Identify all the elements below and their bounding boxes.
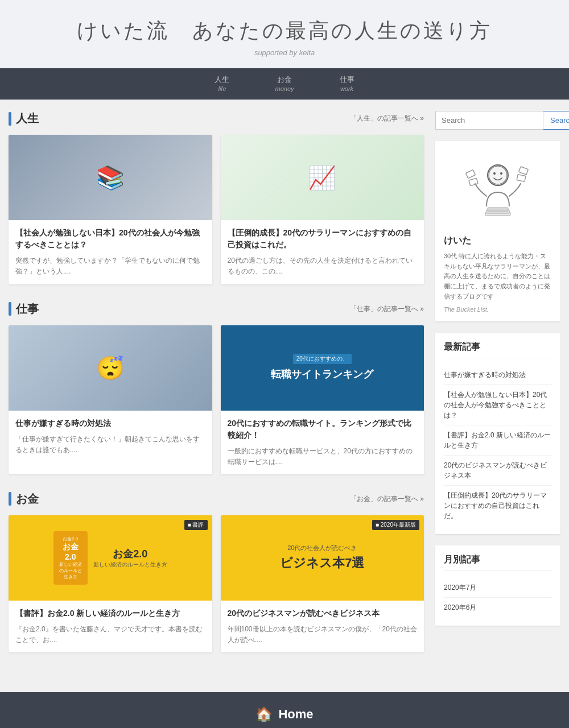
- monthly-links: 2020年7月 2020年6月: [444, 578, 552, 617]
- author-bio: 30代 特に人に誇れるような能力・スキルもない平凡なサラリーマンが、最高の人生を…: [444, 251, 552, 301]
- jinsei-card-2-body: 【圧倒的成長】20代のサラリーマンにおすすめの自己投資はこれだ。 20代の過ごし…: [221, 220, 424, 284]
- author-avatar: [444, 150, 552, 229]
- svg-rect-4: [469, 179, 478, 186]
- shigoto-card-1[interactable]: 仕事が嫌すぎる時の対処法 「仕事が嫌すぎて行きたくない！」朝起きてこんな思いをす…: [9, 325, 212, 474]
- monthly-articles: 月別記事 2020年7月 2020年6月: [435, 545, 560, 626]
- recent-link-3[interactable]: 【書評】お金2.0 新しい経済のルールと生き方: [444, 425, 552, 456]
- shigoto-cards: 仕事が嫌すぎる時の対処法 「仕事が嫌すぎて行きたくない！」朝起きてこんな思いをす…: [9, 325, 424, 474]
- okane-card-1-body: 【書評】お金2.0 新しい経済のルールと生き方 『お金2.0』を書いた佐藤さん、…: [9, 601, 212, 652]
- nav-en-life: life: [215, 85, 229, 93]
- job-card-title-main: 転職サイトランキング: [271, 367, 373, 382]
- nav-jp-life: 人生: [215, 75, 229, 85]
- author-name: けいた: [444, 235, 552, 247]
- jinsei-card-1-image: [9, 135, 212, 220]
- jinsei-section-header: 人生 「人生」の記事一覧へ »: [9, 111, 424, 126]
- monthly-title: 月別記事: [444, 554, 552, 571]
- nav-jp-work: 仕事: [340, 75, 354, 85]
- recent-link-1[interactable]: 仕事が嫌すぎる時の対処法: [444, 365, 552, 385]
- job-card-tag: 20代におすすめの、: [293, 354, 352, 364]
- shigoto-card-1-excerpt: 「仕事が嫌すぎて行きたくない！」朝起きてこんな思いをするときは誰でもあ....: [15, 434, 205, 456]
- main-content: 人生 「人生」の記事一覧へ » 【社会人が勉強しない日本】20代の社会人が今勉強…: [9, 111, 424, 669]
- okane-link[interactable]: 「お金」の記事一覧へ »: [350, 494, 424, 504]
- jinsei-cards: 【社会人が勉強しない日本】20代の社会人が今勉強するべきこととは？ 突然ですが、…: [9, 135, 424, 284]
- biz-title-area: 20代の社会人が読むべき ビジネス本7選: [274, 544, 370, 572]
- jinsei-card-2[interactable]: 【圧倒的成長】20代のサラリーマンにおすすめの自己投資はこれだ。 20代の過ごし…: [221, 135, 424, 284]
- jinsei-link[interactable]: 「人生」の記事一覧へ »: [350, 114, 424, 123]
- okane-card-1-title: 【書評】お金2.0 新しい経済のルールと生き方: [15, 607, 205, 619]
- svg-rect-7: [519, 167, 529, 175]
- shigoto-card-2-image: 20代におすすめの、 転職サイトランキング: [221, 325, 424, 411]
- nav-jp-money: お金: [275, 75, 294, 85]
- jinsei-card-1-excerpt: 突然ですが、勉強していますか？「学生でもないのに何で勉強？」という人....: [15, 255, 205, 277]
- main-nav: 人生 life お金 money 仕事 work: [0, 68, 569, 100]
- jinsei-card-1-body: 【社会人が勉強しない日本】20代の社会人が今勉強するべきこととは？ 突然ですが、…: [9, 220, 212, 284]
- nav-item-jinsei[interactable]: 人生 life: [192, 68, 252, 100]
- jinsei-card-1-title: 【社会人が勉強しない日本】20代の社会人が今勉強するべきこととは？: [15, 227, 205, 251]
- okane-card-2-image: ■ 2020年最新版 20代の社会人が読むべき ビジネス本7選: [221, 515, 424, 601]
- okane-cards: ■ 書評 お金2.0 お金2.0 新しい経済のルールと生き方 お金2.0 新しい…: [9, 515, 424, 652]
- footer-home-label: Home: [278, 707, 313, 722]
- site-header: けいた流 あなたの最高の人生の送り方 supported by keita: [0, 0, 569, 68]
- recent-title: 最新記事: [444, 341, 552, 358]
- recent-link-2[interactable]: 【社会人が勉強しない日本】20代の社会人が今勉強するべきこととは？: [444, 385, 552, 425]
- okane-section: お金 「お金」の記事一覧へ » ■ 書評 お金2.0 お金2.0 新しい経済のル…: [9, 491, 424, 652]
- svg-point-2: [493, 172, 496, 175]
- nav-item-okane[interactable]: お金 money: [252, 68, 316, 100]
- recent-link-4[interactable]: 20代のビジネスマンが読むべきビジネス本: [444, 456, 552, 486]
- okane-card-2-excerpt: 年間100冊以上の本を読むビジネスマンの僕が、「20代の社会人が読べ....: [228, 624, 418, 646]
- svg-point-1: [489, 166, 507, 184]
- jinsei-card-1[interactable]: 【社会人が勉強しない日本】20代の社会人が今勉強するべきこととは？ 突然ですが、…: [9, 135, 212, 284]
- shigoto-title: 仕事: [9, 301, 39, 317]
- monthly-link-1[interactable]: 2020年7月: [444, 578, 552, 598]
- nav-item-shigoto[interactable]: 仕事 work: [317, 68, 377, 100]
- sidebar-author: けいた 30代 特に人に誇れるような能力・スキルもない平凡なサラリーマンが、最高…: [435, 141, 560, 321]
- home-icon: 🏠: [255, 706, 273, 722]
- search-input[interactable]: [435, 111, 543, 130]
- shigoto-card-1-body: 仕事が嫌すぎる時の対処法 「仕事が嫌すぎて行きたくない！」朝起きてこんな思いをす…: [9, 411, 212, 462]
- nav-en-money: money: [275, 85, 294, 93]
- okane-card-1-excerpt: 『お金2.0』を書いた佐藤さん、マジで天才です。本書を読むことで、お....: [15, 624, 205, 646]
- main-container: 人生 「人生」の記事一覧へ » 【社会人が勉強しない日本】20代の社会人が今勉強…: [0, 100, 569, 681]
- okane-section-header: お金 「お金」の記事一覧へ »: [9, 491, 424, 507]
- jinsei-card-2-image: [221, 135, 424, 220]
- site-title: けいた流 あなたの最高の人生の送り方: [11, 17, 558, 45]
- shigoto-card-1-image: [9, 325, 212, 411]
- svg-point-3: [500, 172, 502, 175]
- nav-en-work: work: [340, 85, 354, 93]
- footer-home: 🏠 Home: [11, 706, 558, 722]
- shigoto-card-2-title: 20代におすすめの転職サイト。ランキング形式で比較紹介！: [228, 417, 418, 441]
- svg-rect-10: [488, 208, 508, 211]
- okane-card-2-title: 20代のビジネスマンが読むべきビジネス本: [228, 607, 418, 619]
- svg-rect-6: [466, 170, 476, 179]
- search-button[interactable]: Search: [543, 111, 569, 130]
- shigoto-section-header: 仕事 「仕事」の記事一覧へ »: [9, 301, 424, 317]
- shigoto-link[interactable]: 「仕事」の記事一覧へ »: [350, 304, 424, 314]
- shigoto-card-2-excerpt: 一般的におすすめな転職サービスと、20代の方におすすめの転職サービスは....: [228, 446, 418, 468]
- recent-articles: 最新記事 仕事が嫌すぎる時の対処法 【社会人が勉強しない日本】20代の社会人が今…: [435, 333, 560, 534]
- jinsei-card-2-excerpt: 20代の過ごし方は、その先の人生を決定付けると言われているものの、この....: [228, 255, 418, 277]
- shigoto-card-1-title: 仕事が嫌すぎる時の対処法: [15, 417, 205, 429]
- okane-card-1-image: ■ 書評 お金2.0 お金2.0 新しい経済のルールと生き方 お金2.0 新しい…: [9, 515, 212, 601]
- site-subtitle: supported by keita: [11, 48, 558, 57]
- recent-links: 仕事が嫌すぎる時の対処法 【社会人が勉強しない日本】20代の社会人が今勉強するべ…: [444, 365, 552, 526]
- shigoto-section: 仕事 「仕事」の記事一覧へ » 仕事が嫌すぎる時の対処法 「仕事が嫌すぎて行きた…: [9, 301, 424, 474]
- recent-link-5[interactable]: 【圧倒的成長】20代のサラリーマンにおすすめの自己投資はこれだ。: [444, 486, 552, 526]
- okane-card-1[interactable]: ■ 書評 お金2.0 お金2.0 新しい経済のルールと生き方 お金2.0 新しい…: [9, 515, 212, 652]
- jinsei-card-2-title: 【圧倒的成長】20代のサラリーマンにおすすめの自己投資はこれだ。: [228, 227, 418, 251]
- sidebar: Search: [435, 111, 560, 669]
- svg-rect-5: [517, 175, 526, 181]
- okane-badge: ■ 書評: [184, 520, 208, 530]
- shigoto-card-2-body: 20代におすすめの転職サイト。ランキング形式で比較紹介！ 一般的におすすめな転職…: [221, 411, 424, 474]
- okane-title: お金: [9, 491, 39, 507]
- okane-card-2-body: 20代のビジネスマンが読むべきビジネス本 年間100冊以上の本を読むビジネスマン…: [221, 601, 424, 652]
- author-bucket: The Bucket List.: [444, 306, 552, 313]
- search-box: Search: [435, 111, 560, 130]
- shigoto-card-2[interactable]: 20代におすすめの、 転職サイトランキング 20代におすすめの転職サイト。ランキ…: [221, 325, 424, 474]
- author-illustration: [464, 155, 532, 224]
- biz-badge: ■ 2020年最新版: [372, 520, 419, 530]
- jinsei-title: 人生: [9, 111, 39, 126]
- site-footer: 🏠 Home Copyright ©2017.keita All Rights …: [0, 692, 569, 728]
- okane-card-2[interactable]: ■ 2020年最新版 20代の社会人が読むべき ビジネス本7選 20代のビジネス…: [221, 515, 424, 652]
- jinsei-section: 人生 「人生」の記事一覧へ » 【社会人が勉強しない日本】20代の社会人が今勉強…: [9, 111, 424, 284]
- monthly-link-2[interactable]: 2020年6月: [444, 598, 552, 617]
